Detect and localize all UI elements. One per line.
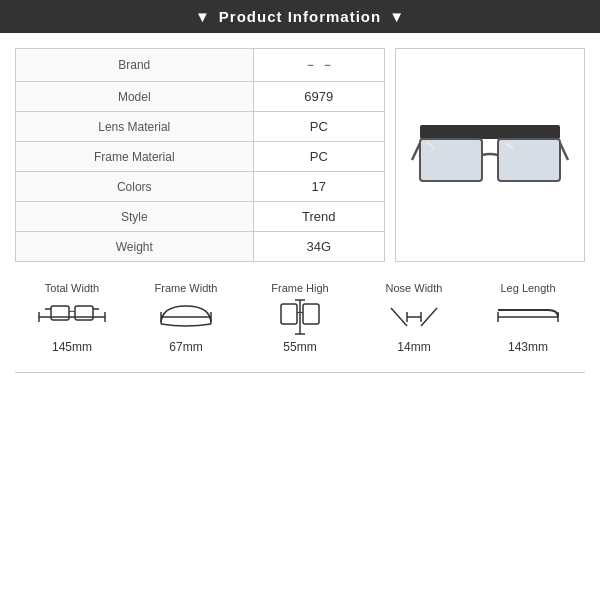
table-row: StyleTrend xyxy=(16,202,385,232)
table-row: Lens MaterialPC xyxy=(16,112,385,142)
table-row: Frame MaterialPC xyxy=(16,142,385,172)
table-row: Model6979 xyxy=(16,82,385,112)
table-label: Lens Material xyxy=(16,112,254,142)
frame-high-icon xyxy=(265,298,335,336)
table-value: Trend xyxy=(253,202,384,232)
table-row: Brand－ － xyxy=(16,49,385,82)
total-width-icon xyxy=(37,298,107,336)
product-info-table: Brand－ －Model6979Lens MaterialPCFrame Ma… xyxy=(15,48,385,262)
svg-rect-13 xyxy=(75,306,93,320)
dim-nose-width: Nose Width 14mm xyxy=(364,282,464,354)
leg-length-icon xyxy=(493,298,563,336)
svg-rect-3 xyxy=(498,139,560,181)
header-left-arrow: ▼ xyxy=(195,8,211,25)
bottom-divider xyxy=(15,372,585,373)
table-row: Weight34G xyxy=(16,232,385,262)
svg-rect-22 xyxy=(281,304,297,324)
svg-line-6 xyxy=(560,143,568,160)
nose-width-icon xyxy=(379,298,449,336)
product-image-box xyxy=(395,48,585,262)
header-right-arrow: ▼ xyxy=(389,8,405,25)
table-label: Model xyxy=(16,82,254,112)
dim-frame-high: Frame High 55mm xyxy=(250,282,350,354)
svg-line-5 xyxy=(412,143,420,160)
dim-frame-width: Frame Width 67mm xyxy=(136,282,236,354)
table-label: Brand xyxy=(16,49,254,82)
dim-total-width: Total Width 145mm xyxy=(22,282,122,354)
product-image xyxy=(410,105,570,205)
svg-rect-12 xyxy=(51,306,69,320)
table-label: Colors xyxy=(16,172,254,202)
svg-rect-1 xyxy=(420,139,482,181)
dim-leg-length: Leg Length 143mm xyxy=(478,282,578,354)
table-label: Style xyxy=(16,202,254,232)
table-value: 17 xyxy=(253,172,384,202)
table-value: 34G xyxy=(253,232,384,262)
table-value: PC xyxy=(253,112,384,142)
table-label: Weight xyxy=(16,232,254,262)
product-info-header: ▼ Product Information ▼ xyxy=(0,0,600,33)
dimensions-section: Total Width 145mm Frame Width xyxy=(0,272,600,364)
frame-width-icon xyxy=(151,298,221,336)
table-value: － － xyxy=(253,49,384,82)
main-content: Brand－ －Model6979Lens MaterialPCFrame Ma… xyxy=(0,33,600,272)
header-title: Product Information xyxy=(219,8,381,25)
table-row: Colors17 xyxy=(16,172,385,202)
svg-rect-23 xyxy=(303,304,319,324)
table-label: Frame Material xyxy=(16,142,254,172)
table-value: PC xyxy=(253,142,384,172)
table-value: 6979 xyxy=(253,82,384,112)
svg-rect-0 xyxy=(420,125,560,139)
